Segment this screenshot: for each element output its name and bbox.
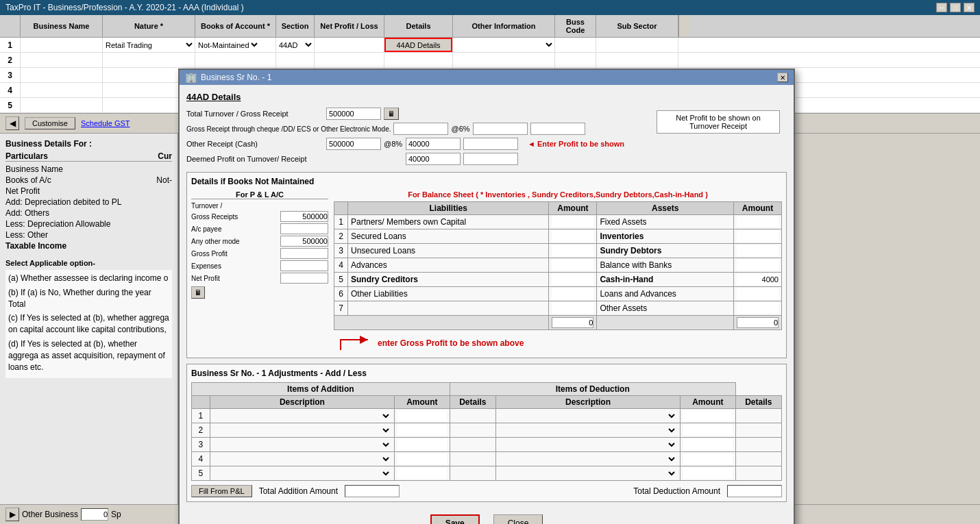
total-deduction-input[interactable]	[727, 485, 782, 497]
total-turnover-input[interactable]	[326, 108, 381, 120]
cell-section-1[interactable]: 44AD	[276, 38, 315, 52]
cell-details-1[interactable]: 44AD Details	[384, 38, 453, 52]
total-addition-input[interactable]	[345, 485, 400, 497]
minimize-btn[interactable]: ─	[936, 3, 947, 12]
ac-payee-input[interactable]	[280, 223, 328, 234]
cell-nature-1[interactable]: Retail Trading	[103, 38, 195, 52]
books-account-dropdown-1[interactable]: Not-Maintained	[195, 38, 260, 52]
fill-from-pl-button[interactable]: Fill From P&L	[191, 485, 252, 497]
dialog-buttons: Save Close	[186, 508, 787, 524]
bs-liability-amount-6[interactable]	[552, 288, 593, 299]
other-business-icon[interactable]: ▶	[5, 508, 19, 521]
cell-business-name-1	[21, 38, 103, 52]
current-label: Cur	[158, 151, 172, 161]
books-ac-label: Books of A/c	[5, 175, 51, 185]
net-profit-pl-input[interactable]	[280, 273, 328, 284]
other-receipt-result-input[interactable]	[406, 138, 461, 150]
bs-asset-amount-1[interactable]	[737, 216, 779, 227]
dialog-title-bar: 🏢 Business Sr No. - 1 ✕	[180, 70, 794, 85]
bs-asset-total-spacer	[597, 316, 734, 330]
adj-desc-add-4[interactable]	[213, 454, 391, 464]
bs-liability-amount-4[interactable]	[552, 260, 593, 271]
adj-desc-ded-1[interactable]	[499, 411, 677, 421]
adj-amount-add-4[interactable]	[397, 453, 447, 464]
bs-asset-amount-2[interactable]	[737, 231, 779, 242]
gross-receipt-cheque-input[interactable]	[393, 123, 448, 135]
bs-liability-amount-5[interactable]	[552, 274, 593, 285]
other-business-input[interactable]	[81, 508, 108, 521]
adj-amount-ded-3[interactable]	[683, 439, 733, 450]
adj-amount-add-2[interactable]	[397, 425, 447, 436]
other-receipt-extra-input[interactable]	[463, 138, 518, 150]
adj-desc-add-2[interactable]	[213, 425, 391, 435]
maximize-btn[interactable]: □	[950, 3, 961, 12]
expenses-input[interactable]	[280, 260, 328, 271]
bs-asset-amount-6[interactable]	[737, 288, 779, 299]
business-details-label: Business Details For :	[5, 139, 172, 149]
bs-liability-amount-1[interactable]	[552, 216, 593, 227]
adjustments-section: Business Sr No. - 1 Adjustments - Add / …	[186, 364, 787, 502]
adj-desc-ded-5[interactable]	[499, 469, 677, 478]
adj-desc-add-1[interactable]	[213, 411, 391, 421]
other-info-dropdown-1[interactable]	[453, 38, 554, 52]
nature-dropdown-1[interactable]: Retail Trading	[103, 38, 195, 52]
window-controls[interactable]: ─ □ ✕	[936, 3, 975, 12]
bs-col-asset-amount: Amount	[734, 202, 782, 215]
bs-liability-amount-7[interactable]	[552, 303, 593, 314]
total-turnover-label: Total Turnover / Gross Receipt	[186, 110, 323, 118]
cell-sub-sector-1	[596, 38, 678, 52]
adj-amount-ded-5[interactable]	[683, 468, 733, 479]
option-c: (c) If Yes is selected at (b), whether a…	[8, 312, 169, 336]
adj-desc-add-5[interactable]	[213, 469, 391, 478]
pl-action-icon[interactable]: 🖩	[191, 286, 205, 299]
cell-books-account-1[interactable]: Not-Maintained	[195, 38, 276, 52]
gross-receipts-pl-input[interactable]	[280, 211, 328, 222]
deemed-profit-result-input[interactable]	[406, 153, 461, 165]
bs-asset-amount-4[interactable]	[737, 260, 779, 271]
dialog-close-icon[interactable]: ✕	[777, 73, 788, 82]
bs-row-3: 3 Unsecured Loans Sundry Debtors	[334, 244, 782, 258]
section-dropdown-1[interactable]: 44AD	[276, 38, 314, 52]
44ad-details-button[interactable]: 44AD Details	[384, 38, 452, 52]
adj-amount-ded-2[interactable]	[683, 425, 733, 436]
adj-desc-add-3[interactable]	[213, 440, 391, 449]
total-deduction-label: Total Deduction Amount	[633, 486, 720, 496]
col-buss-code: Buss Code	[555, 15, 596, 37]
save-button[interactable]: Save	[430, 514, 480, 524]
other-receipt-label: Other Receipt (Cash)	[186, 140, 323, 148]
adj-desc-ded-3[interactable]	[499, 440, 677, 449]
customise-button[interactable]: Customise	[25, 117, 75, 129]
adj-desc-ded-4[interactable]	[499, 454, 677, 464]
adj-num-4: 4	[192, 452, 210, 466]
adj-amount-ded-4[interactable]	[683, 453, 733, 464]
bs-asset-amount-7[interactable]	[737, 303, 779, 314]
back-icon[interactable]: ◀	[5, 116, 19, 130]
bs-liability-amount-3[interactable]	[552, 245, 593, 256]
gross-profit-input[interactable]	[280, 248, 328, 259]
calculator-icon[interactable]: 🖩	[384, 108, 399, 120]
row-num-5: 5	[0, 98, 21, 112]
bs-col-num	[334, 202, 348, 215]
adj-amount-add-3[interactable]	[397, 439, 447, 450]
schedule-gst-button[interactable]: Schedule GST	[81, 119, 130, 127]
deemed-profit-extra-input[interactable]	[463, 153, 518, 165]
bs-assets-total[interactable]	[737, 317, 779, 328]
adj-details-add-3	[450, 438, 495, 452]
adj-amount-ded-1[interactable]	[683, 410, 733, 421]
bs-liabilities-total[interactable]	[552, 317, 593, 328]
close-btn[interactable]: ✕	[964, 3, 975, 12]
bs-asset-amount-3[interactable]	[737, 245, 779, 256]
other-receipt-input[interactable]	[326, 138, 381, 150]
adj-amount-add-1[interactable]	[397, 410, 447, 421]
any-other-mode-input[interactable]	[280, 236, 328, 247]
bs-row-7: 7 Other Assets	[334, 301, 782, 316]
cheque-result-input[interactable]	[473, 123, 528, 135]
adj-amount-add-5[interactable]	[397, 468, 447, 479]
adj-desc-ded-2[interactable]	[499, 425, 677, 435]
bs-row-num-1: 1	[334, 215, 348, 229]
cheque-extra-input[interactable]	[530, 123, 585, 135]
bs-liability-amount-2[interactable]	[552, 231, 593, 242]
close-button[interactable]: Close	[493, 514, 543, 524]
bs-asset-amount-5[interactable]	[737, 274, 779, 285]
cell-other-info-1[interactable]	[453, 38, 555, 52]
